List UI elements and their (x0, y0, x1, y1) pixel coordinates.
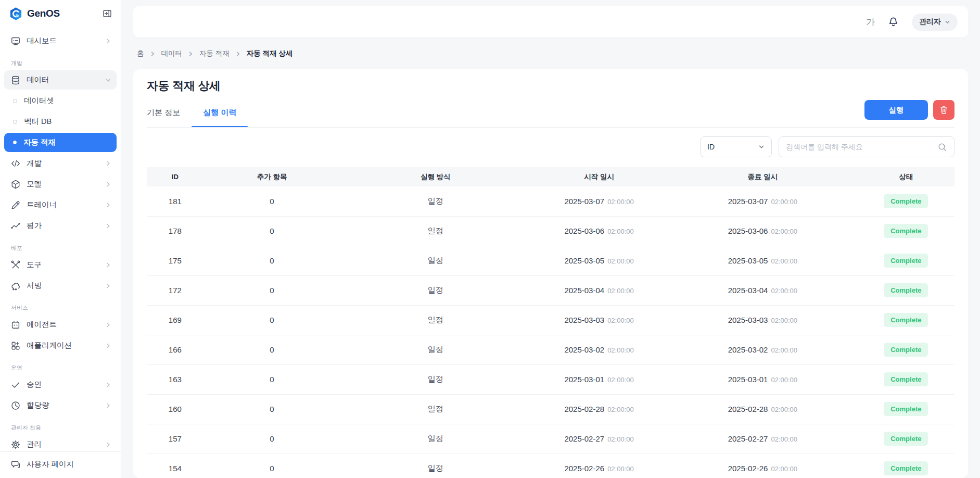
bullet-icon (13, 99, 17, 103)
status-badge: Complete (884, 224, 928, 238)
cell-end-datetime: 2025-03-0502:00:00 (668, 246, 858, 275)
user-menu-button[interactable]: 관리자 (912, 14, 958, 31)
chevron-right-icon (105, 181, 111, 187)
cell-status: Complete (858, 186, 954, 216)
cell-id: 163 (147, 364, 203, 394)
status-badge: Complete (884, 372, 928, 386)
chevron-down-icon (945, 19, 950, 25)
cell-added-items: 0 (203, 364, 341, 394)
cell-id: 154 (147, 454, 203, 478)
sidebar-item-label: 도구 (27, 260, 99, 270)
cell-status: Complete (858, 216, 954, 246)
sidebar-item-approval[interactable]: 승인 (4, 375, 117, 394)
cell-added-items: 0 (203, 275, 341, 305)
sidebar-subitem-auto-load[interactable]: 자동 적재 (4, 133, 117, 152)
cell-start-datetime: 2025-03-0202:00:00 (530, 335, 668, 364)
chevron-right-icon (105, 160, 111, 167)
chevron-right-icon (150, 51, 156, 57)
sidebar-item-application[interactable]: 애플리케이션 (4, 336, 117, 355)
cell-id: 157 (147, 424, 203, 454)
sidebar-item-serving[interactable]: 서빙 (4, 276, 117, 295)
sidebar-item-tools[interactable]: 도구 (4, 255, 117, 274)
breadcrumb-item[interactable]: 데이터 (161, 49, 183, 58)
sidebar-item-quota[interactable]: 할당량 (4, 396, 117, 415)
sidebar-item-label: 트레이너 (27, 200, 99, 210)
brand-name: GenOS (27, 8, 60, 19)
cell-end-datetime: 2025-02-2602:00:00 (668, 454, 858, 478)
sidebar-item-model[interactable]: 모델 (4, 174, 117, 194)
sidebar: GenOS 대시보드개발데이터데이터셋벡터 DB자동 적재개발모델트레이너평가배… (0, 0, 121, 478)
sidebar-header: GenOS (0, 0, 121, 27)
run-button[interactable]: 실행 (864, 100, 928, 120)
search-field-select-value: ID (707, 143, 715, 151)
column-header: 실행 방식 (340, 167, 530, 186)
apps-icon (10, 341, 21, 351)
status-badge: Complete (884, 461, 928, 475)
chevron-right-icon (105, 343, 111, 349)
sidebar-item-user-page[interactable]: 사용자 페이지 (4, 455, 117, 474)
cell-status: Complete (858, 305, 954, 335)
column-header: 시작 일시 (530, 167, 668, 186)
sidebar-section-label: 개발 (11, 59, 117, 67)
gear-icon (10, 439, 21, 450)
database-icon (10, 75, 21, 85)
sidebar-item-develop[interactable]: 개발 (4, 154, 117, 173)
cell-start-datetime: 2025-03-0402:00:00 (530, 275, 668, 305)
search-input[interactable] (786, 143, 933, 151)
sidebar-item-label: 모델 (27, 179, 99, 189)
sidebar-collapse-button[interactable] (102, 8, 112, 19)
search-icon (937, 142, 947, 152)
sidebar-item-label: 애플리케이션 (27, 341, 99, 350)
chevron-down-icon (105, 77, 111, 83)
status-badge: Complete (884, 283, 928, 297)
notifications-button[interactable] (887, 16, 899, 28)
table-row: 1810일정2025-03-0702:00:002025-03-0702:00:… (147, 186, 954, 216)
delete-button[interactable] (933, 100, 954, 120)
cell-run-mode: 일정 (340, 394, 530, 424)
cell-added-items: 0 (203, 454, 341, 478)
chevron-right-icon (105, 283, 111, 289)
cell-run-mode: 일정 (340, 335, 530, 364)
cube-icon (10, 179, 21, 190)
breadcrumb-item: 자동 적재 상세 (247, 49, 293, 58)
sidebar-item-dashboard[interactable]: 대시보드 (4, 31, 117, 51)
cell-run-mode: 일정 (340, 216, 530, 246)
tab-run-history[interactable]: 실행 이력 (203, 100, 236, 127)
chevron-right-icon (105, 442, 111, 448)
cell-added-items: 0 (203, 186, 341, 216)
cell-id: 175 (147, 246, 203, 275)
tab-basic-info[interactable]: 기본 정보 (147, 100, 180, 127)
chevron-down-icon (758, 144, 765, 150)
chevron-right-icon (105, 202, 111, 208)
table-row: 1570일정2025-02-2702:00:002025-02-2702:00:… (147, 424, 954, 454)
sidebar-subitem-vector-db[interactable]: 벡터 DB (4, 112, 117, 131)
cell-added-items: 0 (203, 305, 341, 335)
cloud-icon (10, 281, 21, 291)
font-size-button[interactable]: 가 (866, 16, 875, 28)
cell-end-datetime: 2025-03-0302:00:00 (668, 305, 858, 335)
agent-icon (10, 320, 21, 330)
cell-id: 172 (147, 275, 203, 305)
cell-status: Complete (858, 335, 954, 364)
sidebar-nav: 대시보드개발데이터데이터셋벡터 DB자동 적재개발모델트레이너평가배포도구서빙서… (0, 27, 121, 451)
cell-end-datetime: 2025-03-0702:00:00 (668, 186, 858, 216)
chevron-right-icon (105, 322, 111, 328)
sidebar-item-data[interactable]: 데이터 (4, 70, 117, 90)
sidebar-item-trainer[interactable]: 트레이너 (4, 195, 117, 215)
sidebar-item-admin[interactable]: 관리 (4, 435, 117, 451)
sidebar-subitem-dataset[interactable]: 데이터셋 (4, 91, 117, 110)
breadcrumb-item[interactable]: 자동 적재 (199, 49, 230, 58)
status-badge: Complete (884, 343, 928, 357)
search-field-select[interactable]: ID (700, 136, 772, 157)
user-menu-label: 관리자 (919, 17, 941, 27)
sidebar-item-agent[interactable]: 에이전트 (4, 315, 117, 334)
chevron-right-icon (188, 51, 194, 57)
sidebar-item-label: 서빙 (27, 281, 99, 291)
sidebar-item-evaluation[interactable]: 평가 (4, 216, 117, 235)
breadcrumb-item[interactable]: 홈 (137, 49, 144, 58)
cell-added-items: 0 (203, 335, 341, 364)
tab-row: 기본 정보실행 이력 실행 (147, 100, 954, 128)
tools-icon (10, 260, 21, 270)
brand-logo[interactable]: GenOS (9, 7, 60, 21)
cell-status: Complete (858, 394, 954, 424)
